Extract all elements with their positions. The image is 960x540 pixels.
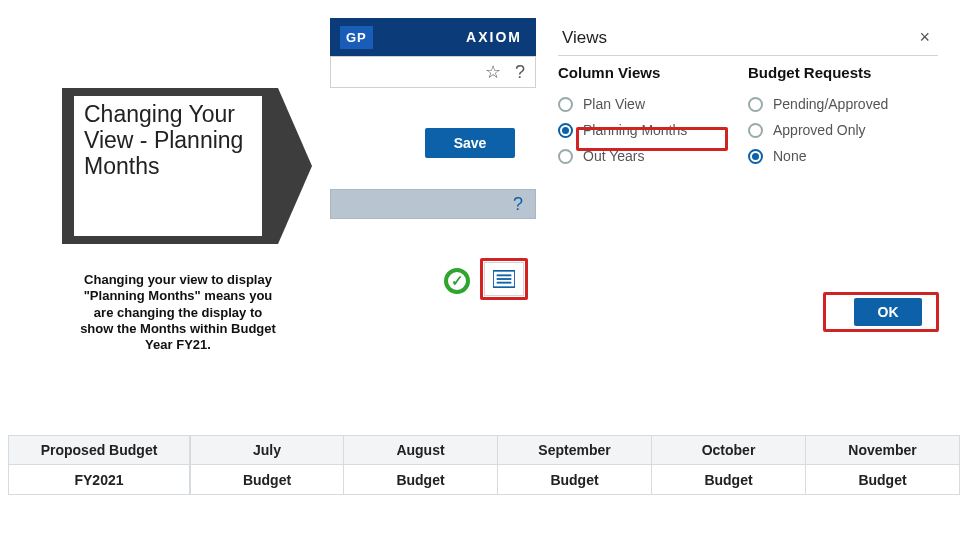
radio-plan-view[interactable]: Plan View xyxy=(558,91,748,117)
views-title: Views xyxy=(562,28,607,48)
table-header-cell: September xyxy=(498,436,652,464)
app-toolbar: ☆ ? xyxy=(330,56,536,88)
callout-title: Changing Your View - Planning Months xyxy=(74,96,262,236)
radio-out-years[interactable]: Out Years xyxy=(558,143,748,169)
app-badge: GP xyxy=(340,26,373,49)
table-cell: Budget xyxy=(806,465,960,494)
list-view-icon[interactable] xyxy=(484,262,524,296)
table-row: FY2021 Budget Budget Budget Budget Budge… xyxy=(8,465,960,495)
radio-icon xyxy=(558,149,573,164)
radio-label: Plan View xyxy=(583,96,645,112)
table-header-cell: August xyxy=(344,436,498,464)
list-icon xyxy=(493,270,515,288)
star-icon[interactable]: ☆ xyxy=(485,61,501,83)
table-cell: Budget xyxy=(498,465,652,494)
table-header-cell: November xyxy=(806,436,960,464)
app-brand: AXIOM xyxy=(466,29,522,45)
radio-icon xyxy=(748,123,763,138)
save-button[interactable]: Save xyxy=(425,128,515,158)
radio-label: Pending/Approved xyxy=(773,96,888,112)
radio-label: Planning Months xyxy=(583,122,687,138)
budget-requests-group: Budget Requests Pending/Approved Approve… xyxy=(748,64,938,169)
table-header-cell: Proposed Budget xyxy=(8,436,190,464)
radio-icon xyxy=(748,97,763,112)
callout-box: Changing Your View - Planning Months xyxy=(62,88,278,244)
ok-button[interactable]: OK xyxy=(854,298,922,326)
radio-none[interactable]: None xyxy=(748,143,938,169)
radio-label: None xyxy=(773,148,806,164)
check-circle-icon: ✓ xyxy=(444,268,470,294)
table-cell: Budget xyxy=(652,465,806,494)
radio-planning-months[interactable]: Planning Months xyxy=(558,117,748,143)
radio-pending-approved[interactable]: Pending/Approved xyxy=(748,91,938,117)
column-views-heading: Column Views xyxy=(558,64,748,81)
radio-approved-only[interactable]: Approved Only xyxy=(748,117,938,143)
help-icon[interactable]: ? xyxy=(515,62,525,83)
callout-description: Changing your view to display "Planning … xyxy=(78,272,278,353)
radio-label: Out Years xyxy=(583,148,645,164)
table-cell: Budget xyxy=(190,465,344,494)
secondary-bar: ? xyxy=(330,189,536,219)
table-header-cell: July xyxy=(190,436,344,464)
radio-icon xyxy=(558,123,573,138)
views-panel-header: Views × xyxy=(558,20,938,56)
column-views-group: Column Views Plan View Planning Months O… xyxy=(558,64,748,169)
app-brand-bar: GP AXIOM xyxy=(330,18,536,56)
radio-label: Approved Only xyxy=(773,122,866,138)
table-cell: FY2021 xyxy=(8,465,190,494)
table-header-row: Proposed Budget July August September Oc… xyxy=(8,435,960,465)
close-icon[interactable]: × xyxy=(919,27,930,48)
radio-icon xyxy=(748,149,763,164)
table-cell: Budget xyxy=(344,465,498,494)
budget-requests-heading: Budget Requests xyxy=(748,64,938,81)
views-panel-body: Column Views Plan View Planning Months O… xyxy=(558,64,938,169)
table-header-cell: October xyxy=(652,436,806,464)
help-icon[interactable]: ? xyxy=(513,194,523,215)
radio-icon xyxy=(558,97,573,112)
planning-months-table: Proposed Budget July August September Oc… xyxy=(8,435,960,495)
